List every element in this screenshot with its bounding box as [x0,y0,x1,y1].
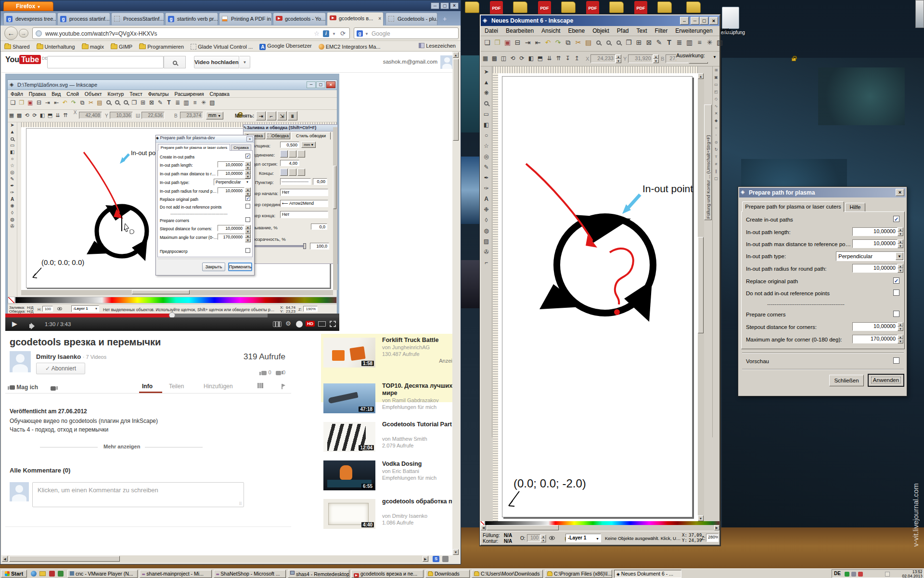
pencil-tool-icon[interactable]: ✎ [481,162,492,172]
bookmark-item[interactable]: Unterhaltung [37,44,75,50]
menu-bearbeiten[interactable]: Bearbeiten [502,26,538,36]
zoom-tool-icon[interactable] [481,98,492,109]
sidebar-title[interactable]: Vodka Dosing [382,460,458,468]
layer-visibility-icon[interactable] [549,536,555,540]
star-tool-icon[interactable]: ☆ [481,141,492,151]
length-field[interactable]: 10,00000 [218,161,244,168]
quicklaunch-folder-icon[interactable] [39,571,46,576]
marker-end-select[interactable]: Нет [280,211,328,218]
video-palette[interactable] [8,297,337,303]
player-progress-track[interactable] [5,314,339,317]
effect-combo[interactable]: Auswirkung: ▼ [676,53,719,62]
tab-add[interactable]: Hinzufügen [204,383,233,390]
snap-cusp-icon[interactable]: ◆ [713,117,719,124]
maxdist-spinner[interactable]: ▲▼ [898,239,903,248]
zoom-field[interactable]: 280% [706,534,719,542]
menu-pfad[interactable]: Pfad [613,26,633,36]
miter-field[interactable]: 4,00 [280,160,299,166]
scale-move-option[interactable]: ⇥ [256,111,266,120]
quicklaunch-browser-icon[interactable] [31,571,37,577]
desktop-pdf-icon[interactable]: PDF [586,1,599,15]
opacity-field[interactable]: 100 [527,534,540,542]
radius-field[interactable]: 10,00000 [852,264,898,273]
dialog-tab[interactable]: Prepare path for plasma or laser cuters [742,201,844,212]
opacity-slider-handle[interactable] [303,243,306,249]
search-button[interactable] [164,56,186,68]
snap-midpoint-icon[interactable]: ◦ [713,131,719,139]
firefox-titlebar[interactable]: Firefox ▼ ─ ▢ × [0,0,461,11]
menu-filter[interactable]: Filter [651,26,672,36]
dislike-icon[interactable] [276,371,281,375]
sidebar-item[interactable]: 1:58 [323,338,375,368]
bookmark-item[interactable]: GIMP [111,44,132,50]
box3d-tool-icon[interactable]: ◧ [481,119,492,130]
dislike-button[interactable] [51,386,56,391]
sidebar-item-text[interactable]: Vodka Dosing von Eric Battani Empfehlung… [382,460,458,481]
layer-select[interactable]: -Layer 1 ▼ [71,305,99,312]
paste-icon[interactable]: ▤ [583,39,593,46]
snap-grid-icon[interactable]: # [713,160,719,168]
duplicate-icon[interactable]: ❐ [624,39,634,46]
snap-center-icon[interactable]: ⊙ [713,139,719,146]
edit-icon[interactable]: ✎ [654,39,664,46]
align-icon[interactable]: ≡ [694,39,705,46]
y-spinner[interactable]: ▲▼ [653,54,659,63]
taskbar-item-user-downloads[interactable]: C:\Users\Moor\Downloads [472,570,543,578]
calligraphy-tool-icon[interactable]: ✑ [8,190,17,195]
search-input[interactable] [47,56,164,68]
cc-button[interactable] [273,321,282,327]
export-icon[interactable]: ⇤ [533,39,543,46]
menu-ansicht[interactable]: Ansicht [538,26,564,36]
raise-icon[interactable]: ⇈ [554,52,563,62]
tab-stroke-style[interactable]: Стиль обводки [291,132,331,140]
text-icon[interactable]: T [664,39,674,46]
tab-startinfo-verb[interactable]: gstartinfo verb pr... [165,13,218,25]
selector-tool-icon[interactable]: ➤ [8,122,17,128]
menu-text[interactable]: Text [633,26,651,36]
reload-icon[interactable]: ⟳ [340,30,346,37]
close-button[interactable]: × [709,17,718,25]
tweak-tool-icon[interactable]: ❋ [481,88,492,98]
desktop-folder-icon[interactable] [657,1,672,13]
comment-box[interactable]: Klicken, um einen Kommentar zu schreiben… [32,482,244,507]
create-inout-checkbox[interactable]: ✓ [893,216,899,222]
length-spinner[interactable]: ▲▼ [898,227,903,236]
preview-checkbox[interactable] [893,357,899,364]
bookmark-item[interactable]: magix [82,44,104,50]
close-button[interactable]: × [246,136,253,142]
unit-select[interactable]: mm ▼ [206,112,223,119]
palette-colors[interactable] [485,521,719,525]
desktop-folder-icon[interactable] [465,1,479,13]
inkscape-titlebar[interactable]: ◈ Neues Dokument 6 - Inkscape ↔ ─ ▢ × [481,15,719,26]
like-button[interactable]: Mag ich [10,384,38,391]
snap-enable-icon[interactable]: ⊞ [713,66,719,74]
width-unit[interactable]: mm ▾ [301,142,316,148]
maxdist-field[interactable]: 10,00000 [852,239,898,248]
ratio-lock-icon[interactable] [792,58,796,61]
close-button[interactable]: × [896,189,904,196]
length-spinner[interactable]: ▲▼ [245,161,251,170]
scale-gradient-option[interactable]: ⇲ [277,111,287,120]
replace-checkbox[interactable]: ✓ [245,196,250,201]
new-tab-button[interactable]: + [439,15,450,24]
sidebar-item-text[interactable]: Gcodetools Tutorial Part 1 von Matthew S… [382,421,458,449]
menu-datei[interactable]: Datei [481,26,502,36]
no-color-swatch[interactable] [8,297,15,303]
join-miter-button[interactable] [280,150,288,158]
firefox-horizontal-scrollbar[interactable]: ◀ ▶ [1,555,429,563]
stepout-spinner[interactable]: ▲▼ [898,322,903,331]
snap-bbox-icon[interactable]: ▣ [713,74,719,81]
gradient-tool-icon[interactable]: ▨ [481,236,492,247]
menu-hilfe[interactable]: Hilfe [717,26,736,36]
zoom-tool-icon[interactable] [8,136,17,143]
video-canvas-vscrollbar[interactable] [333,127,337,290]
cap-round-button[interactable] [289,169,296,176]
layer-select[interactable]: -Layer 1▼ [565,534,601,542]
stepout-field[interactable]: 10,00000 [218,225,244,231]
bookmarks-menu-button[interactable]: Lesezeichen [419,43,456,49]
fill-value[interactable]: N/A [504,533,512,538]
copy-icon[interactable]: ⧉ [563,39,573,47]
cut-icon[interactable]: ✂ [573,39,583,46]
width-field[interactable]: 0,500 [280,142,299,148]
quicklaunch-mail-icon[interactable] [49,571,55,577]
